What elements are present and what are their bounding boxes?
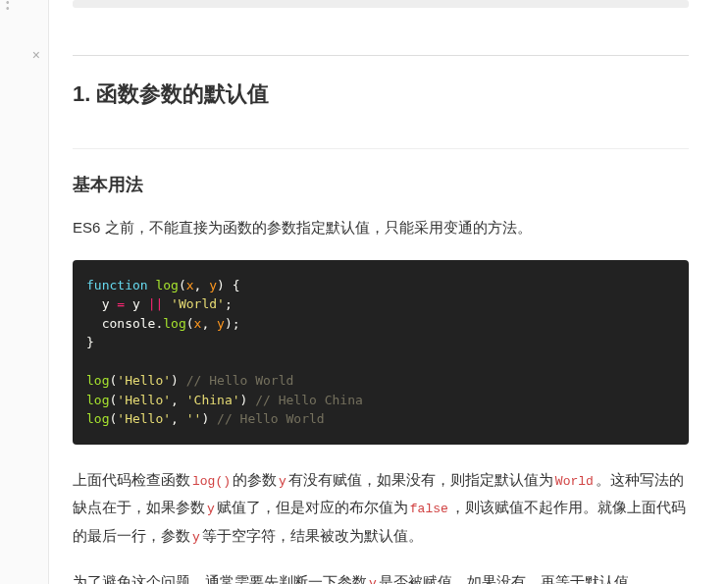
inline-code: y — [367, 576, 379, 584]
code-token: || — [148, 296, 164, 311]
code-token: , — [194, 278, 202, 292]
inline-code: false — [408, 502, 450, 516]
code-token: log — [86, 411, 109, 426]
code-token: 'World' — [171, 296, 225, 311]
text-fragment: 有没有赋值，如果没有，则指定默认值为 — [288, 471, 553, 488]
code-token: , — [201, 316, 209, 331]
inline-code: World — [553, 474, 596, 489]
close-icon[interactable]: × — [32, 47, 40, 63]
explain-paragraph-2: 为了避免这个问题，通常需要先判断一下参数y是否被赋值，如果没有，再等于默认值。 — [73, 568, 689, 584]
text-fragment: 赋值了，但是对应的布尔值为 — [217, 499, 408, 515]
inline-code: y — [205, 502, 217, 516]
inline-code: log() — [190, 474, 233, 489]
sub-divider — [73, 148, 689, 149]
intro-paragraph: ES6 之前，不能直接为函数的参数指定默认值，只能采用变通的方法。 — [73, 214, 689, 242]
text-fragment: 等于空字符，结果被改为默认值。 — [202, 527, 423, 544]
code-token: y — [209, 278, 217, 292]
code-token: y — [217, 316, 225, 331]
placeholder-bar — [73, 0, 689, 8]
code-token: } — [86, 335, 94, 349]
code-token: = — [117, 296, 125, 311]
code-token: , — [171, 411, 179, 426]
text-fragment: 是否被赋值，如果没有，再等于默认值。 — [379, 573, 644, 584]
code-token: // Hello China — [255, 393, 363, 407]
explain-paragraph-1: 上面代码检查函数log()的参数y有没有赋值，如果没有，则指定默认值为World… — [73, 466, 689, 551]
section-heading: 1. 函数参数的默认值 — [73, 80, 689, 109]
inline-code: y — [190, 530, 202, 545]
inline-code: y — [277, 474, 288, 489]
text-fragment: 上面代码检查函数 — [73, 471, 190, 488]
code-token: y — [132, 296, 140, 311]
divider — [73, 55, 689, 56]
code-token: ) — [225, 316, 233, 331]
code-token: 'China' — [186, 393, 240, 407]
code-token: 'Hello' — [117, 411, 171, 426]
code-token: 'Hello' — [117, 393, 171, 407]
code-token: x — [186, 278, 194, 292]
code-token: log — [163, 316, 185, 331]
text-fragment: 为了避免这个问题，通常需要先判断一下参数 — [73, 573, 367, 584]
code-token: log — [86, 373, 109, 388]
code-token: // Hello World — [217, 411, 325, 426]
code-token: { — [233, 278, 240, 292]
code-token: ) — [201, 411, 209, 426]
text-fragment: 的参数 — [233, 471, 277, 488]
code-token: ) — [240, 393, 248, 407]
code-token: function — [86, 278, 148, 292]
code-token: log — [155, 278, 178, 292]
code-token: ( — [186, 316, 194, 331]
main-content: 1. 函数参数的默认值 基本用法 ES6 之前，不能直接为函数的参数指定默认值，… — [49, 0, 728, 584]
subsection-heading: 基本用法 — [73, 173, 689, 196]
code-token: y — [102, 296, 110, 311]
code-token: // Hello World — [186, 373, 294, 388]
code-token: ) — [171, 373, 179, 388]
code-token: 'Hello' — [117, 373, 171, 388]
code-token: ( — [179, 278, 186, 292]
code-token: ; — [233, 316, 240, 331]
code-token: '' — [186, 411, 202, 426]
code-token: ) — [217, 278, 225, 292]
code-token: , — [171, 393, 179, 407]
sidebar: •• × — [0, 0, 49, 584]
code-block: function log(x, y) { y = y || 'World'; c… — [73, 260, 689, 445]
code-token: console — [102, 316, 156, 331]
sidebar-decor: •• — [6, 0, 10, 12]
code-token: log — [86, 393, 109, 407]
code-token: ; — [225, 296, 233, 311]
